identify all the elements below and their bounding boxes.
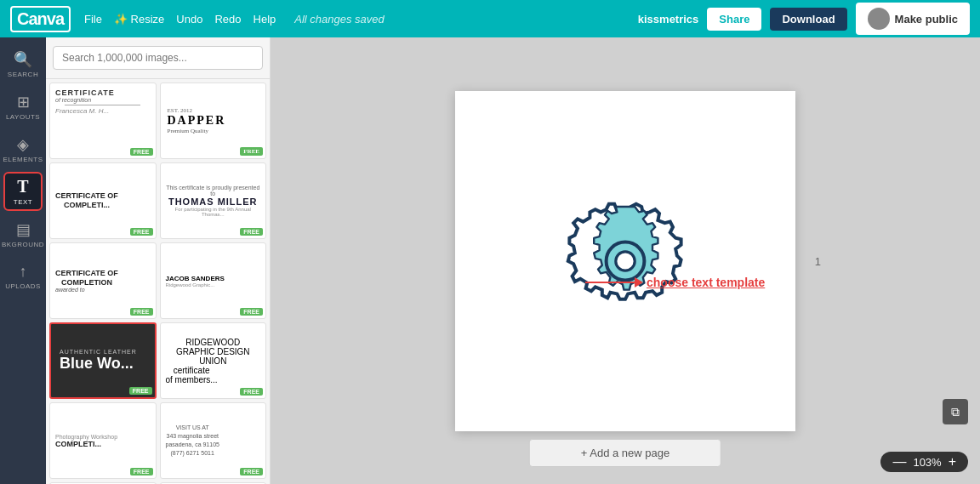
- zoom-out-button[interactable]: —: [889, 455, 909, 469]
- compl2-label: Photography Workshop: [55, 434, 117, 440]
- sidebar-item-text-label: TEXT: [14, 198, 32, 206]
- sidebar-item-text[interactable]: T TEXT: [3, 172, 43, 211]
- leather-text: Blue Wo...: [60, 355, 134, 373]
- avatar: [868, 8, 890, 30]
- dapper-title: DAPPER: [168, 114, 226, 128]
- cert1-body: Francesca M. H...: [55, 107, 109, 115]
- elements-icon: ◈: [17, 135, 29, 154]
- make-public-label: Make public: [895, 13, 958, 26]
- template-item-dapper[interactable]: EST. 2012 DAPPER Premium Quality FREE: [160, 83, 267, 159]
- text-templates-panel: CERTIFICATE of recognition Francesca M. …: [46, 37, 271, 484]
- compl2-title: COMPLETI...: [55, 440, 101, 448]
- template-item-address[interactable]: VISIT US AT343 magnolia streetpasadena, …: [160, 402, 267, 479]
- nav-redo[interactable]: Redo: [214, 13, 241, 26]
- address-text: VISIT US AT343 magnolia streetpasadena, …: [166, 424, 219, 457]
- thomas-sub: For participating in the 9th Annual Thom…: [166, 207, 261, 217]
- canvas-page[interactable]: [455, 91, 795, 431]
- cc2: awarded to: [55, 287, 85, 293]
- template-item-certmem[interactable]: RIDGEWOOD GRAPHIC DESIGN UNION certifica…: [160, 322, 267, 399]
- panel-search-area: [46, 37, 270, 79]
- free-badge: FREE: [130, 468, 153, 475]
- cert1-title: CERTIFICATE: [55, 88, 115, 97]
- zoom-controls: — 103% +: [880, 452, 968, 472]
- top-navigation: Canva File ✨ Resize Undo Redo Help All c…: [0, 0, 980, 37]
- template-item-cert1[interactable]: CERTIFICATE of recognition Francesca M. …: [49, 83, 157, 159]
- dapper-est: EST. 2012: [168, 107, 192, 114]
- free-badge: FREE: [129, 387, 152, 395]
- ridge-title: RIDGEWOOD GRAPHIC DESIGN UNION: [166, 338, 261, 366]
- page-number: 1: [815, 254, 821, 267]
- layouts-icon: ⊞: [17, 93, 30, 111]
- free-badge: FREE: [130, 148, 153, 156]
- canvas-area: 1 + Add a new page choose text template …: [271, 37, 980, 484]
- thomas-name: THOMAS MILLER: [168, 196, 258, 207]
- jacob-sub: Ridgewood Graphic...: [166, 282, 215, 288]
- template-item-thomas[interactable]: This certificate is proudly presented to…: [160, 162, 267, 239]
- ridge-sub: certificateof members...: [166, 366, 218, 384]
- free-badge: FREE: [240, 388, 263, 396]
- sidebar-item-layouts[interactable]: ⊞ LAYOUTS: [3, 87, 43, 126]
- nav-undo[interactable]: Undo: [176, 13, 202, 26]
- topnav-right: kissmetrics Share Download Make public: [638, 3, 970, 35]
- sidebar-item-search[interactable]: 🔍 SEARCH: [3, 44, 43, 83]
- uploads-icon: ↑: [20, 263, 27, 281]
- sidebar-item-layouts-label: LAYOUTS: [6, 113, 40, 121]
- cert1-subtitle: of recognition: [55, 97, 91, 103]
- nav-resize[interactable]: ✨ Resize: [114, 13, 164, 26]
- template-item-cert-compl[interactable]: CERTIFICATE OFCOMPLETI... FREE: [49, 162, 157, 239]
- sidebar-item-uploads[interactable]: ↑ UPLOADS: [3, 257, 43, 296]
- jacob-name: JACOB SANDERS: [166, 275, 225, 282]
- nav-help[interactable]: Help: [254, 13, 276, 26]
- zoom-in-button[interactable]: +: [945, 455, 960, 469]
- free-badge: FREE: [130, 228, 153, 236]
- nav-menu: File ✨ Resize Undo Redo Help All changes…: [84, 13, 385, 26]
- leather-title: AUTHENTIC LEATHER: [60, 349, 137, 355]
- template-item-jacob[interactable]: JACOB SANDERS Ridgewood Graphic... FREE: [160, 242, 267, 319]
- cert1-line: [65, 105, 140, 105]
- main-layout: 🔍 SEARCH ⊞ LAYOUTS ◈ ELEMENTS T TEXT ▤ B…: [0, 37, 980, 484]
- dapper-sub: Premium Quality: [168, 128, 208, 134]
- thomas-presented: This certificate is proudly presented to: [166, 185, 261, 196]
- template-grid: CERTIFICATE of recognition Francesca M. …: [46, 79, 270, 484]
- sidebar-item-background-label: BKGROUND: [2, 241, 44, 248]
- save-status: All changes saved: [294, 13, 385, 26]
- template-item-leather[interactable]: AUTHENTIC LEATHER Blue Wo... FREE: [49, 322, 157, 399]
- canvas-wrapper: 1: [455, 91, 795, 431]
- nav-file[interactable]: File: [84, 13, 102, 26]
- free-badge: FREE: [240, 147, 263, 156]
- gear-icon: [557, 193, 693, 329]
- template-item-cert-comp2[interactable]: Certificate ofCompletion awarded to FREE: [49, 242, 157, 319]
- free-badge: FREE: [240, 228, 263, 236]
- search-input[interactable]: [53, 46, 263, 70]
- template-item-compl2[interactable]: Photography Workshop COMPLETI... FREE: [49, 402, 157, 479]
- search-icon: 🔍: [14, 50, 32, 69]
- svg-point-1: [616, 251, 635, 270]
- cc1: Certificate ofCompletion: [55, 269, 118, 288]
- sidebar-item-search-label: SEARCH: [8, 71, 38, 78]
- sidebar-item-uploads-label: UPLOADS: [5, 282, 41, 290]
- brand-name: kissmetrics: [638, 13, 699, 26]
- sidebar-icons: 🔍 SEARCH ⊞ LAYOUTS ◈ ELEMENTS T TEXT ▤ B…: [0, 37, 46, 484]
- download-button[interactable]: Download: [770, 8, 846, 31]
- free-badge: FREE: [130, 308, 153, 316]
- free-badge: FREE: [240, 468, 263, 475]
- add-page-button[interactable]: + Add a new page: [529, 439, 721, 467]
- sidebar-item-elements-label: ELEMENTS: [3, 156, 43, 163]
- compl-title: CERTIFICATE OFCOMPLETI...: [55, 191, 118, 210]
- sidebar-item-background[interactable]: ▤ BKGROUND: [3, 214, 43, 253]
- right-controls: ⧉: [943, 399, 968, 424]
- background-icon: ▤: [16, 220, 31, 239]
- zoom-level: 103%: [913, 456, 941, 469]
- free-badge: FREE: [240, 308, 263, 316]
- sidebar-item-elements[interactable]: ◈ ELEMENTS: [3, 129, 43, 168]
- make-public-button[interactable]: Make public: [856, 3, 970, 35]
- copy-button[interactable]: ⧉: [943, 399, 968, 424]
- canva-logo[interactable]: Canva: [10, 6, 71, 32]
- text-icon: T: [17, 177, 28, 196]
- share-button[interactable]: Share: [707, 8, 761, 31]
